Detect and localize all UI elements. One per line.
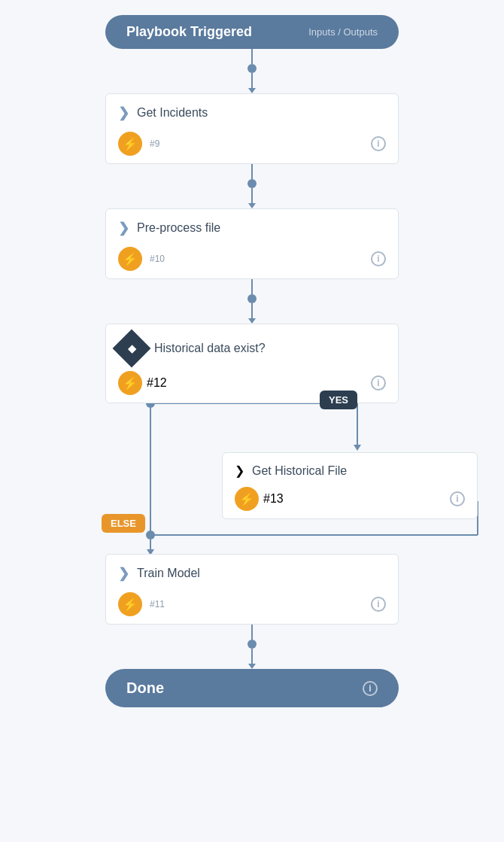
get-incidents-node[interactable]: ❯ Get Incidents ⚡ #9 i [105,93,399,164]
dot [247,294,257,303]
line [251,73,253,88]
connector-1 [247,49,257,93]
node-header: ❯ Train Model [118,565,386,582]
info-icon[interactable]: i [371,251,386,266]
step-num: #10 [150,254,165,264]
bolt-footer: ⚡ #13 [235,487,284,511]
svg-point-7 [146,530,155,540]
done-title: Done [126,679,164,697]
node-title: Pre-process file [137,221,220,235]
arrow [248,88,256,93]
step-num: #9 [150,138,159,149]
dot [247,64,257,73]
diamond-inner: ◆ [128,342,136,354]
trigger-title: Playbook Triggered [126,24,252,40]
node-footer: ⚡ #10 i [118,245,386,271]
line [251,625,253,640]
node-header: ❯ Pre-process file [118,220,386,236]
node-footer: ⚡ #9 i [118,130,386,156]
chevron-icon: ❯ [118,105,129,121]
line [251,303,253,318]
yes-label: YES [320,391,357,409]
chevron-icon: ❯ [235,464,244,478]
bolt-icon: ⚡ [118,132,142,156]
node-title: Historical data exist? [154,342,266,355]
info-icon[interactable]: i [371,136,386,151]
pre-process-node[interactable]: ❯ Pre-process file ⚡ #10 i [105,208,399,279]
line [251,188,253,203]
chevron-icon: ❯ [118,220,129,236]
node-title: Get Incidents [137,106,208,120]
line [251,649,253,664]
bolt-icon: ⚡ [118,371,142,395]
dot [247,640,257,649]
arrow [248,203,256,208]
info-icon[interactable]: i [371,597,386,612]
branch-container: YES ELSE ❯ Get Historical File ⚡ #13 i [4,403,500,554]
line [251,164,253,179]
node-header: ◆ Historical data exist? [118,335,386,362]
step-num: #11 [150,599,165,609]
step-num: #12 [147,376,167,390]
node-footer: ⚡ #13 i [235,487,465,511]
bolt-footer: ⚡ #9 [118,132,159,156]
done-info-icon[interactable]: i [363,681,378,696]
done-node[interactable]: Done i [105,669,399,707]
arrow [248,318,256,324]
svg-marker-4 [354,445,361,451]
node-header: ❯ Get Incidents [118,105,386,121]
node-header: ❯ Get Historical File [235,464,465,478]
node-footer: ⚡ #11 i [118,591,386,616]
bolt-footer: ⚡ #10 [118,247,165,271]
bolt-icon: ⚡ [235,487,259,511]
else-label: ELSE [102,514,145,533]
get-historical-node[interactable]: ❯ Get Historical File ⚡ #13 i [222,452,478,519]
canvas: Playbook Triggered Inputs / Outputs ❯ Ge… [0,15,504,827]
bolt-icon: ⚡ [118,247,142,271]
info-icon[interactable]: i [371,375,386,391]
connector-2 [247,164,257,208]
step-num: #13 [263,492,284,506]
diamond-icon: ◆ [113,330,151,368]
else-badge: ELSE [102,516,145,530]
io-link[interactable]: Inputs / Outputs [308,26,378,38]
line [251,279,253,294]
arrow [248,664,256,669]
connector-done [247,625,257,669]
svg-point-1 [146,403,155,408]
line [251,49,253,64]
train-model-node[interactable]: ❯ Train Model ⚡ #11 i [105,554,399,625]
get-historical-node-wrapper: ❯ Get Historical File ⚡ #13 i [222,452,478,519]
connector-3 [247,279,257,324]
node-title: Train Model [137,567,200,580]
bolt-footer: ⚡ #12 [118,371,167,395]
yes-badge: YES [320,393,357,406]
bolt-footer: ⚡ #11 [118,592,165,616]
node-title: Get Historical File [252,464,347,478]
bolt-icon: ⚡ [118,592,142,616]
trigger-node[interactable]: Playbook Triggered Inputs / Outputs [105,15,399,49]
dot [247,179,257,188]
chevron-icon: ❯ [118,565,129,582]
info-icon[interactable]: i [450,491,465,506]
